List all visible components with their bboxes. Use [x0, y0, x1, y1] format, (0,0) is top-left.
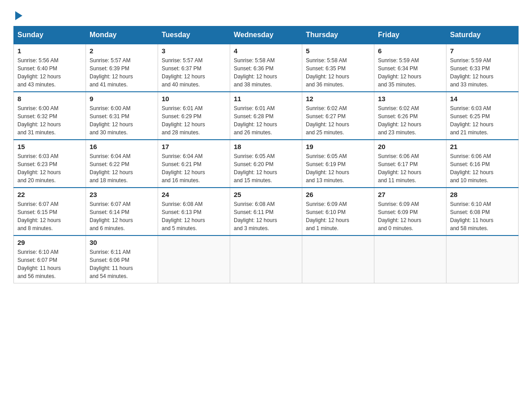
day-info: Sunrise: 5:57 AMSunset: 6:37 PMDaylight:…	[162, 56, 226, 89]
day-number: 10	[162, 95, 226, 103]
week-row-1: 1Sunrise: 5:56 AMSunset: 6:40 PMDaylight…	[14, 44, 519, 92]
day-info: Sunrise: 6:08 AMSunset: 6:11 PMDaylight:…	[234, 200, 298, 232]
week-row-3: 15Sunrise: 6:03 AMSunset: 6:23 PMDayligh…	[14, 140, 519, 188]
week-row-5: 29Sunrise: 6:10 AMSunset: 6:07 PMDayligh…	[14, 235, 519, 283]
calendar-cell: 15Sunrise: 6:03 AMSunset: 6:23 PMDayligh…	[14, 140, 86, 188]
week-row-4: 22Sunrise: 6:07 AMSunset: 6:15 PMDayligh…	[14, 188, 519, 235]
day-number: 3	[162, 47, 226, 55]
day-number: 14	[450, 95, 515, 103]
day-info: Sunrise: 6:05 AMSunset: 6:19 PMDaylight:…	[306, 152, 370, 184]
day-info: Sunrise: 6:09 AMSunset: 6:09 PMDaylight:…	[378, 200, 442, 232]
day-number: 19	[306, 143, 370, 150]
day-header-wednesday: Wednesday	[230, 26, 302, 44]
calendar-cell: 20Sunrise: 6:06 AMSunset: 6:17 PMDayligh…	[374, 140, 446, 188]
day-info: Sunrise: 6:07 AMSunset: 6:15 PMDaylight:…	[17, 200, 82, 232]
calendar-cell: 28Sunrise: 6:10 AMSunset: 6:08 PMDayligh…	[446, 188, 519, 235]
calendar-cell: 1Sunrise: 5:56 AMSunset: 6:40 PMDaylight…	[14, 44, 86, 92]
day-info: Sunrise: 6:03 AMSunset: 6:23 PMDaylight:…	[17, 152, 82, 184]
day-info: Sunrise: 6:02 AMSunset: 6:27 PMDaylight:…	[306, 104, 370, 137]
calendar-cell: 9Sunrise: 6:00 AMSunset: 6:31 PMDaylight…	[86, 92, 158, 140]
day-info: Sunrise: 6:04 AMSunset: 6:22 PMDaylight:…	[90, 152, 154, 184]
calendar-cell: 3Sunrise: 5:57 AMSunset: 6:37 PMDaylight…	[158, 44, 230, 92]
calendar-cell: 21Sunrise: 6:06 AMSunset: 6:16 PMDayligh…	[446, 140, 519, 188]
day-number: 13	[378, 95, 442, 103]
calendar-table: SundayMondayTuesdayWednesdayThursdayFrid…	[13, 26, 519, 283]
day-number: 4	[234, 47, 298, 55]
logo	[13, 9, 22, 21]
calendar-cell: 23Sunrise: 6:07 AMSunset: 6:14 PMDayligh…	[86, 188, 158, 235]
day-header-thursday: Thursday	[302, 26, 374, 44]
day-number: 8	[17, 95, 82, 103]
calendar-cell	[374, 235, 446, 283]
calendar-cell: 16Sunrise: 6:04 AMSunset: 6:22 PMDayligh…	[86, 140, 158, 188]
day-header-friday: Friday	[374, 26, 446, 44]
day-number: 22	[17, 191, 82, 198]
day-number: 28	[450, 191, 515, 198]
calendar-cell: 4Sunrise: 5:58 AMSunset: 6:36 PMDaylight…	[230, 44, 302, 92]
calendar-cell: 30Sunrise: 6:11 AMSunset: 6:06 PMDayligh…	[86, 235, 158, 283]
calendar-cell	[302, 235, 374, 283]
day-info: Sunrise: 6:00 AMSunset: 6:31 PMDaylight:…	[90, 104, 154, 137]
calendar-cell: 24Sunrise: 6:08 AMSunset: 6:13 PMDayligh…	[158, 188, 230, 235]
day-number: 12	[306, 95, 370, 103]
day-header-sunday: Sunday	[14, 26, 86, 44]
day-info: Sunrise: 6:10 AMSunset: 6:08 PMDaylight:…	[450, 200, 515, 232]
day-info: Sunrise: 6:09 AMSunset: 6:10 PMDaylight:…	[306, 200, 370, 232]
day-number: 24	[162, 191, 226, 198]
calendar-cell: 10Sunrise: 6:01 AMSunset: 6:29 PMDayligh…	[158, 92, 230, 140]
day-number: 26	[306, 191, 370, 198]
calendar-cell: 19Sunrise: 6:05 AMSunset: 6:19 PMDayligh…	[302, 140, 374, 188]
day-header-tuesday: Tuesday	[158, 26, 230, 44]
calendar-cell: 17Sunrise: 6:04 AMSunset: 6:21 PMDayligh…	[158, 140, 230, 188]
day-info: Sunrise: 6:06 AMSunset: 6:17 PMDaylight:…	[378, 152, 442, 184]
day-number: 27	[378, 191, 442, 198]
day-header-monday: Monday	[86, 26, 158, 44]
day-info: Sunrise: 6:02 AMSunset: 6:26 PMDaylight:…	[378, 104, 442, 137]
day-info: Sunrise: 6:11 AMSunset: 6:06 PMDaylight:…	[90, 248, 154, 280]
day-info: Sunrise: 6:06 AMSunset: 6:16 PMDaylight:…	[450, 152, 515, 184]
day-number: 7	[450, 47, 515, 55]
day-info: Sunrise: 6:01 AMSunset: 6:28 PMDaylight:…	[234, 104, 298, 137]
calendar-cell: 18Sunrise: 6:05 AMSunset: 6:20 PMDayligh…	[230, 140, 302, 188]
calendar-cell	[446, 235, 519, 283]
header	[13, 9, 519, 21]
day-info: Sunrise: 6:00 AMSunset: 6:32 PMDaylight:…	[17, 104, 82, 137]
day-info: Sunrise: 6:08 AMSunset: 6:13 PMDaylight:…	[162, 200, 226, 232]
day-info: Sunrise: 6:10 AMSunset: 6:07 PMDaylight:…	[17, 248, 82, 280]
calendar-cell: 26Sunrise: 6:09 AMSunset: 6:10 PMDayligh…	[302, 188, 374, 235]
calendar-cell: 6Sunrise: 5:59 AMSunset: 6:34 PMDaylight…	[374, 44, 446, 92]
calendar-cell: 2Sunrise: 5:57 AMSunset: 6:39 PMDaylight…	[86, 44, 158, 92]
day-header-saturday: Saturday	[446, 26, 519, 44]
day-number: 30	[90, 239, 154, 246]
calendar-cell: 22Sunrise: 6:07 AMSunset: 6:15 PMDayligh…	[14, 188, 86, 235]
day-number: 21	[450, 143, 515, 150]
logo-arrow-icon	[15, 11, 22, 20]
day-number: 6	[378, 47, 442, 55]
day-number: 5	[306, 47, 370, 55]
day-number: 9	[90, 95, 154, 103]
day-number: 17	[162, 143, 226, 150]
day-number: 2	[90, 47, 154, 55]
calendar-cell	[230, 235, 302, 283]
days-header-row: SundayMondayTuesdayWednesdayThursdayFrid…	[14, 26, 519, 44]
calendar-cell: 8Sunrise: 6:00 AMSunset: 6:32 PMDaylight…	[14, 92, 86, 140]
day-number: 11	[234, 95, 298, 103]
calendar-cell	[158, 235, 230, 283]
calendar-cell: 7Sunrise: 5:59 AMSunset: 6:33 PMDaylight…	[446, 44, 519, 92]
calendar-cell: 29Sunrise: 6:10 AMSunset: 6:07 PMDayligh…	[14, 235, 86, 283]
day-info: Sunrise: 5:59 AMSunset: 6:33 PMDaylight:…	[450, 56, 515, 89]
day-info: Sunrise: 5:56 AMSunset: 6:40 PMDaylight:…	[17, 56, 82, 89]
calendar-cell: 27Sunrise: 6:09 AMSunset: 6:09 PMDayligh…	[374, 188, 446, 235]
day-info: Sunrise: 5:58 AMSunset: 6:36 PMDaylight:…	[234, 56, 298, 89]
day-number: 23	[90, 191, 154, 198]
day-info: Sunrise: 6:04 AMSunset: 6:21 PMDaylight:…	[162, 152, 226, 184]
calendar-cell: 14Sunrise: 6:03 AMSunset: 6:25 PMDayligh…	[446, 92, 519, 140]
day-number: 15	[17, 143, 82, 150]
calendar-cell: 12Sunrise: 6:02 AMSunset: 6:27 PMDayligh…	[302, 92, 374, 140]
day-info: Sunrise: 5:57 AMSunset: 6:39 PMDaylight:…	[90, 56, 154, 89]
day-info: Sunrise: 6:07 AMSunset: 6:14 PMDaylight:…	[90, 200, 154, 232]
day-info: Sunrise: 6:01 AMSunset: 6:29 PMDaylight:…	[162, 104, 226, 137]
day-info: Sunrise: 6:05 AMSunset: 6:20 PMDaylight:…	[234, 152, 298, 184]
week-row-2: 8Sunrise: 6:00 AMSunset: 6:32 PMDaylight…	[14, 92, 519, 140]
day-info: Sunrise: 6:03 AMSunset: 6:25 PMDaylight:…	[450, 104, 515, 137]
